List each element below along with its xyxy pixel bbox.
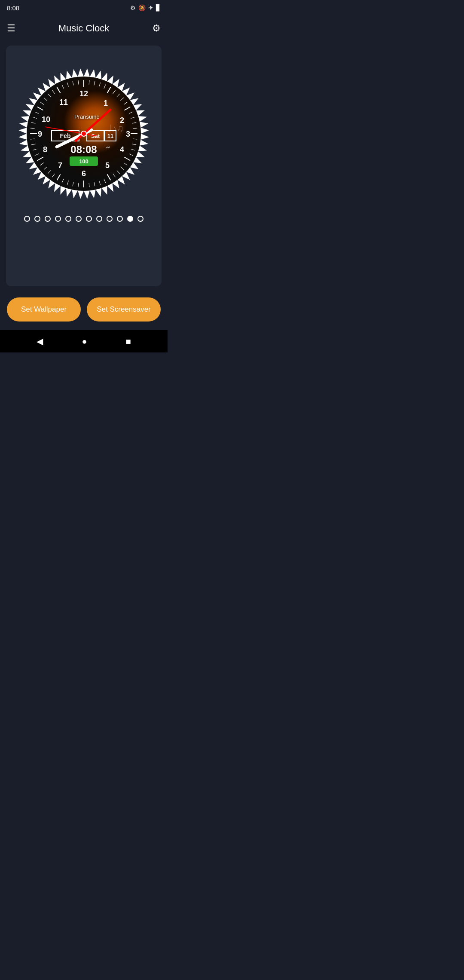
airplane-icon: ✈ <box>148 4 153 11</box>
dot-2[interactable] <box>34 216 40 222</box>
set-screensaver-button[interactable]: Set Screensaver <box>87 297 161 322</box>
dot-8[interactable] <box>96 216 102 222</box>
svg-text:5: 5 <box>105 161 110 170</box>
svg-point-92 <box>81 131 86 136</box>
dot-4[interactable] <box>55 216 61 222</box>
battery-icon: ▊ <box>156 4 161 11</box>
svg-text:8: 8 <box>43 145 47 154</box>
svg-text:10: 10 <box>42 115 50 124</box>
svg-text:100: 100 <box>79 158 89 165</box>
clock-display[interactable]: 12 1 2 3 4 5 6 7 8 9 10 11 Pransuinc ♩♪♫… <box>17 67 150 200</box>
status-bar: 8:08 ⚙ 🔕 ✈ ▊ <box>0 0 168 15</box>
status-time: 8:08 <box>7 4 19 12</box>
bell-off-icon: 🔕 <box>138 4 146 11</box>
svg-text:7: 7 <box>58 161 62 170</box>
dot-1[interactable] <box>24 216 30 222</box>
svg-text:3: 3 <box>126 130 130 138</box>
svg-text:♩♪♫: ♩♪♫ <box>107 123 124 134</box>
dot-12[interactable] <box>137 216 143 222</box>
dot-10[interactable] <box>117 216 123 222</box>
dot-9[interactable] <box>107 216 113 222</box>
svg-text:Feb: Feb <box>60 132 71 139</box>
top-bar: ☰ Music Clock ⚙ <box>0 15 168 41</box>
svg-text:12: 12 <box>79 89 88 98</box>
dot-7[interactable] <box>86 216 92 222</box>
dot-3[interactable] <box>45 216 51 222</box>
main-card: 12 1 2 3 4 5 6 7 8 9 10 11 Pransuinc ♩♪♫… <box>6 46 162 286</box>
dot-6[interactable] <box>76 216 82 222</box>
settings-button[interactable]: ⚙ <box>152 23 161 34</box>
dot-5[interactable] <box>65 216 71 222</box>
status-icons: ⚙ 🔕 ✈ ▊ <box>130 4 161 11</box>
recents-button[interactable]: ■ <box>122 333 134 350</box>
page-dots <box>24 216 143 222</box>
dot-11[interactable] <box>127 216 133 222</box>
svg-text:1: 1 <box>104 99 108 107</box>
svg-text:9: 9 <box>38 130 42 138</box>
bottom-nav: ◀ ● ■ <box>0 330 168 352</box>
app-title: Music Clock <box>58 23 110 34</box>
svg-text:Pransuinc: Pransuinc <box>74 113 99 120</box>
saw-ring: 12 1 2 3 4 5 6 7 8 9 10 11 Pransuinc ♩♪♫… <box>17 67 150 200</box>
svg-text:6: 6 <box>82 169 86 178</box>
svg-text:08:08: 08:08 <box>70 144 97 155</box>
home-button[interactable]: ● <box>78 333 90 350</box>
svg-text:ᵒᴹ: ᵒᴹ <box>106 146 110 150</box>
svg-text:11: 11 <box>59 98 68 107</box>
settings-status-icon: ⚙ <box>130 4 136 11</box>
svg-text:4: 4 <box>120 145 124 154</box>
back-button[interactable]: ◀ <box>33 333 46 350</box>
action-buttons: Set Wallpaper Set Screensaver <box>0 291 168 330</box>
menu-icon[interactable]: ☰ <box>7 23 15 34</box>
set-wallpaper-button[interactable]: Set Wallpaper <box>7 297 81 322</box>
svg-text:11: 11 <box>107 133 113 139</box>
